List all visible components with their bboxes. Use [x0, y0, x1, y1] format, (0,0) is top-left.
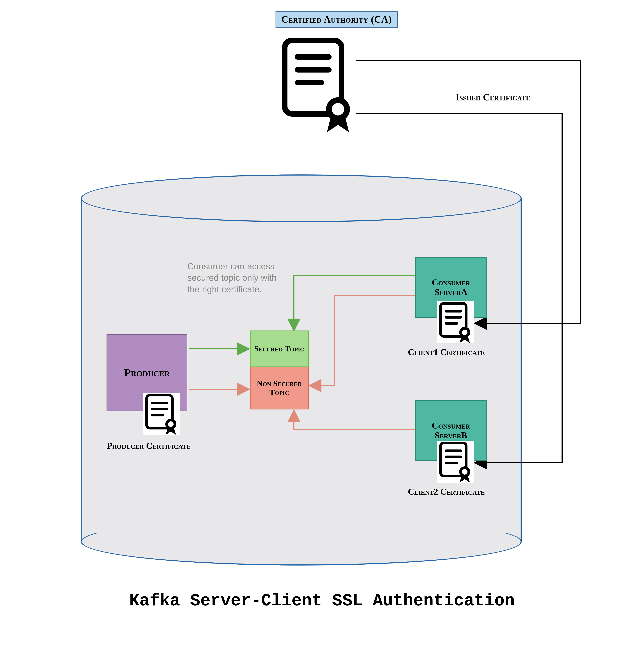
diagram-title: Kafka Server-Client SSL Authentication — [0, 591, 644, 611]
producer-cert-caption: Producer Certificate — [103, 441, 195, 451]
certificate-icon — [437, 441, 474, 483]
secured-topic-label: Secured Topic — [254, 345, 304, 353]
certificate-icon — [437, 301, 474, 344]
svg-point-25 — [462, 469, 467, 475]
certificate-icon — [279, 37, 356, 132]
secured-topic-box: Secured Topic — [250, 330, 308, 367]
producer-label: Producer — [124, 367, 170, 379]
certificate-icon — [143, 393, 180, 435]
client1-cert-caption: Client1 Certificate — [400, 347, 492, 357]
client2-cert-caption: Client2 Certificate — [400, 487, 492, 497]
ca-label-box: Certified Authority (CA) — [276, 11, 398, 28]
consumer-b-label: Consumer ServerB — [416, 421, 486, 440]
svg-point-4 — [332, 103, 344, 116]
cylinder-top — [81, 174, 522, 222]
diagram-canvas: Certified Authority (CA) Issued Certific… — [0, 0, 644, 661]
nonsecured-topic-label: Non Secured Topic — [251, 379, 308, 397]
ca-label-text: Certified Authority (CA) — [281, 14, 392, 25]
svg-point-11 — [168, 421, 174, 427]
cylinder-bottom — [81, 518, 522, 566]
topic-stack: Secured Topic Non Secured Topic — [250, 330, 308, 409]
nonsecured-topic-box: Non Secured Topic — [250, 367, 308, 409]
access-note: Consumer can access secured topic only w… — [187, 261, 290, 295]
issued-certificate-label: Issued Certificate — [456, 92, 530, 103]
consumer-a-label: Consumer ServerA — [416, 278, 486, 297]
svg-point-18 — [462, 330, 467, 335]
